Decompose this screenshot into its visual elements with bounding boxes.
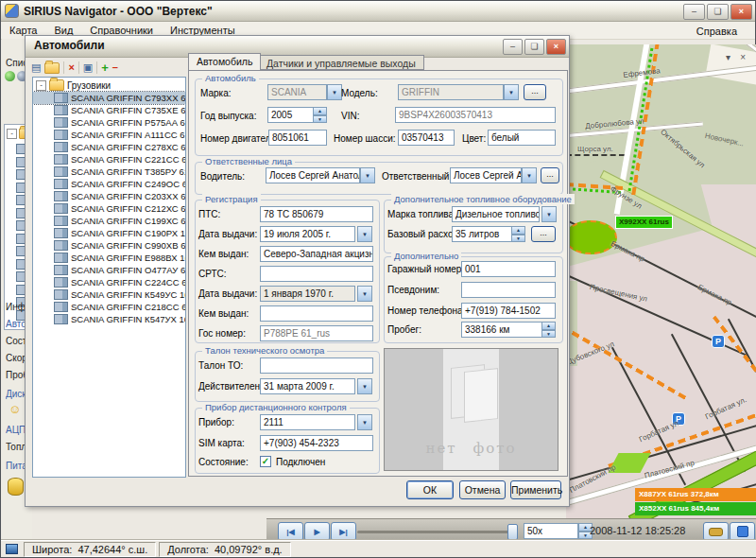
tree-item-vehicle[interactable]: SCANIA GRIFFIN С203ХХ 61rus bbox=[33, 190, 185, 202]
spin-up-icon[interactable]: ▲ bbox=[511, 226, 525, 235]
mileage-input[interactable]: 338166 км bbox=[461, 322, 542, 338]
expander-icon[interactable]: - bbox=[7, 129, 17, 139]
tree-item-vehicle[interactable]: SCANIA GRIFFIN С199ХС 61rus bbox=[33, 215, 185, 227]
tree-item-vehicle[interactable]: SCANIA GRIFFIN С735ХЕ 61rus bbox=[33, 104, 185, 116]
plus-button[interactable]: + bbox=[101, 61, 109, 74]
phone-input[interactable]: +7(919) 784-1502 bbox=[461, 303, 556, 319]
map-panel[interactable]: Х992ХХ 61rus P P ЕфремоваДобролюбова улЩ… bbox=[566, 44, 756, 518]
tree-item-vehicle[interactable]: SCANIA GRIFFIN С212ХС 61rus bbox=[33, 202, 185, 215]
tree-item-vehicle[interactable]: SCANIA GRIFFIN Е988ВХ 161rus bbox=[33, 252, 185, 264]
tree-item-vehicle[interactable]: SCANIA GRIFFIN С278ХС 61rus bbox=[33, 141, 185, 153]
dropdown-icon[interactable]: ▼ bbox=[357, 286, 372, 302]
alias-input[interactable] bbox=[461, 282, 556, 298]
play-button[interactable]: ▶ bbox=[304, 522, 330, 541]
date1-combo[interactable]: 19 июля 2005 г. bbox=[260, 226, 355, 242]
spin-up-icon[interactable]: ▲ bbox=[313, 107, 327, 115]
plate-input[interactable]: Р788РЕ 61_rus bbox=[260, 325, 373, 341]
dialog-maximize-button[interactable]: ❏ bbox=[524, 39, 544, 55]
ok-button[interactable]: ОК bbox=[406, 480, 454, 499]
fuel-brand-combo[interactable]: Дизельное топливо bbox=[452, 206, 540, 222]
pts-input[interactable]: 78 ТС 850679 bbox=[260, 206, 373, 222]
map-view-button[interactable] bbox=[730, 522, 755, 541]
tree-item-vehicle[interactable]: SCANIA GRIFFIN С990ХВ 61rus bbox=[33, 239, 185, 252]
garage-input[interactable]: 001 bbox=[461, 261, 556, 277]
persons-browse-button[interactable]: ... bbox=[541, 167, 559, 183]
minimize-button[interactable]: – bbox=[683, 4, 705, 20]
tree-item-vehicle[interactable]: SCANIA GRIFFIN С218СС 61rus bbox=[33, 301, 185, 313]
tree-item-vehicle[interactable]: SCANIA GRIFFIN К547УХ 161rus bbox=[33, 313, 185, 325]
vehicle-view-button[interactable] bbox=[703, 522, 729, 541]
vin-label: VIN: bbox=[341, 111, 359, 121]
model-browse-button[interactable]: ... bbox=[524, 84, 546, 100]
tree-item-vehicle[interactable]: SCANIA GRIFFIN С249ОС 61rus bbox=[33, 178, 185, 190]
valid-combo[interactable]: 31 марта 2009 г. bbox=[260, 378, 355, 394]
expander-icon[interactable]: - bbox=[36, 80, 46, 91]
dropdown-icon[interactable]: ▼ bbox=[357, 378, 372, 394]
tree-item-vehicle[interactable]: SCANIA GRIFFIN Р575АА 61rus bbox=[33, 116, 185, 129]
model-combo[interactable]: GRIFFIN bbox=[398, 84, 504, 100]
issuer2-input[interactable] bbox=[260, 305, 373, 322]
tree-item-vehicle[interactable]: SCANIA GRIFFIN К549УС 161rus bbox=[33, 288, 185, 301]
cancel-button[interactable]: Отмена bbox=[459, 480, 506, 499]
tab-vehicle[interactable]: Автомобиль bbox=[188, 53, 261, 70]
tree-item-label: SCANIA GRIFFIN С990ХВ 61rus bbox=[71, 240, 185, 251]
skip-start-button[interactable]: |◀ bbox=[278, 522, 303, 541]
color-input[interactable]: белый bbox=[488, 130, 556, 146]
engine-input[interactable]: 8051061 bbox=[268, 130, 327, 146]
close-button[interactable]: × bbox=[730, 4, 752, 20]
mileage-label: Пробег: bbox=[387, 324, 421, 335]
tree-item-vehicle[interactable]: SCANIA GRIFFIN О477АУ 61rus bbox=[33, 264, 185, 276]
tree-item-vehicle[interactable]: SCANIA GRIFFIN С221СС 61rus bbox=[33, 153, 185, 166]
brand-combo[interactable]: SCANIA bbox=[267, 84, 327, 100]
skip-end-button[interactable]: ▶| bbox=[331, 522, 356, 541]
maximize-button[interactable]: ❏ bbox=[707, 4, 729, 20]
tree-item-vehicle[interactable]: SCANIA GRIFFIN С190РХ 161rus bbox=[33, 227, 185, 239]
slider-thumb[interactable] bbox=[507, 524, 518, 540]
dialog-close-button[interactable]: × bbox=[546, 39, 566, 55]
spin-down-icon[interactable]: ▼ bbox=[313, 115, 327, 124]
group-device: Прибор дистанционного контроля bbox=[202, 402, 350, 412]
dropdown-icon[interactable]: ▼ bbox=[357, 226, 372, 242]
date2-combo[interactable]: 1 января 1970 г. bbox=[260, 286, 355, 302]
responsible-combo[interactable]: Лосев Сергей Анатоль bbox=[450, 167, 522, 183]
truck-icon bbox=[54, 179, 68, 189]
fuel-browse-button[interactable]: ... bbox=[531, 226, 556, 242]
vehicle-map-label[interactable]: Х992ХХ 61rus bbox=[615, 216, 673, 229]
driver-combo[interactable]: Лосев Сергей Анатоль bbox=[266, 167, 360, 183]
map-close-icon[interactable]: × bbox=[740, 52, 746, 62]
dialog-toolbar: ▤ × ▣ + – bbox=[31, 60, 118, 76]
tree-item-vehicle[interactable]: SCANIA GRIFFIN Т385РУ 61rus bbox=[33, 166, 185, 178]
save-button[interactable]: ▣ bbox=[83, 62, 93, 73]
spin-down-icon[interactable]: ▼ bbox=[541, 330, 556, 339]
connected-checkbox[interactable]: ✓ bbox=[260, 456, 271, 467]
chassis-input[interactable]: 03570413 bbox=[398, 130, 455, 146]
spin-up-icon[interactable]: ▲ bbox=[541, 322, 556, 330]
dropdown-icon[interactable]: ▼ bbox=[522, 167, 537, 183]
tree-root-group[interactable]: - Грузовики bbox=[33, 78, 185, 92]
vin-input[interactable]: 9BSP4X26003570413 bbox=[395, 107, 556, 123]
tree-item-vehicle[interactable]: SCANIA GRIFFIN А111СС 61rus bbox=[33, 129, 185, 141]
timeline-slider[interactable] bbox=[357, 531, 516, 533]
device-combo[interactable]: 2111 bbox=[260, 414, 355, 430]
sim-input[interactable]: +7(903) 454-2323 bbox=[260, 435, 373, 451]
speed-input[interactable]: 50x bbox=[524, 523, 578, 539]
add-group-button[interactable] bbox=[44, 62, 60, 74]
add-vehicle-button[interactable]: ▤ bbox=[31, 62, 41, 73]
minus-button[interactable]: – bbox=[112, 62, 118, 73]
tree-item-vehicle[interactable]: SCANIA GRIFFIN С224СС 61rus bbox=[33, 276, 185, 288]
menu-item-help[interactable]: Справка bbox=[688, 24, 746, 39]
map-collapse-icon[interactable]: ▾ bbox=[726, 52, 730, 62]
apply-button[interactable]: Применить bbox=[510, 480, 561, 499]
dropdown-icon[interactable]: ▼ bbox=[357, 414, 372, 430]
dialog-minimize-button[interactable]: – bbox=[503, 39, 523, 55]
delete-button[interactable]: × bbox=[68, 62, 74, 73]
dropdown-icon[interactable]: ▼ bbox=[541, 206, 557, 222]
dropdown-icon[interactable]: ▼ bbox=[360, 167, 375, 183]
tab-sensors[interactable]: Датчики и управляемые выходы bbox=[258, 55, 424, 70]
issuer1-input[interactable]: Северо-Западная акцизная т bbox=[260, 246, 373, 262]
tree-item-vehicle[interactable]: SCANIA GRIFFIN С793ХХ 61rus bbox=[33, 92, 185, 104]
srts-input[interactable] bbox=[260, 266, 373, 282]
engine-label: Номер двигателя: bbox=[200, 133, 279, 144]
spin-down-icon[interactable]: ▼ bbox=[511, 235, 525, 243]
ticket-input[interactable] bbox=[260, 357, 373, 374]
